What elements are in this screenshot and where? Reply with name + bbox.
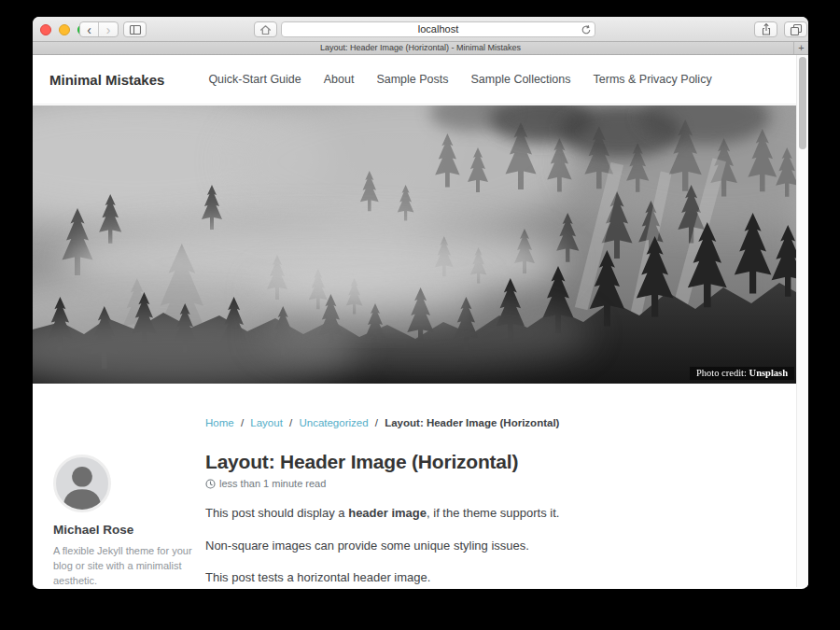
breadcrumb-link-uncategorized[interactable]: Uncategorized <box>299 417 368 428</box>
photo-credit-source: Unsplash <box>749 368 788 378</box>
author-name: Michael Rose <box>53 523 193 537</box>
site-nav: Quick-Start Guide About Sample Posts Sam… <box>208 73 711 86</box>
scrollbar-thumb[interactable] <box>799 57 806 149</box>
page-scrollbar[interactable] <box>796 55 808 587</box>
foggy-forest-image <box>33 105 796 384</box>
new-tab-button[interactable]: + <box>793 42 808 54</box>
sidebar-toggle-button[interactable] <box>123 21 147 37</box>
page-content: Minimal Mistakes Quick-Start Guide About… <box>33 55 808 587</box>
tab-overview-icon <box>789 22 804 36</box>
tab-bar: Layout: Header Image (Horizontal) - Mini… <box>33 42 808 55</box>
paragraph-text: This post should display a <box>205 506 348 520</box>
breadcrumb-current: Layout: Header Image (Horizontal) <box>385 417 559 428</box>
breadcrumb-link-layout[interactable]: Layout <box>250 417 283 428</box>
author-bio: A flexible Jekyll theme for your blog or… <box>53 544 193 587</box>
article: Layout: Header Image (Horizontal) less t… <box>205 450 597 586</box>
breadcrumb-separator: / <box>289 417 292 428</box>
back-button[interactable]: ‹ <box>80 22 99 36</box>
browser-toolbar: ‹ › localhost <box>33 17 808 42</box>
browser-window: ‹ › localhost <box>33 17 808 589</box>
header-image: Photo credit: Unsplash <box>33 105 796 384</box>
paragraph-bold-text: header image <box>348 506 427 520</box>
clock-icon <box>205 479 216 489</box>
read-time: less than 1 minute read <box>219 478 326 489</box>
breadcrumb-separator: / <box>375 417 378 428</box>
page-title: Layout: Header Image (Horizontal) <box>205 450 597 473</box>
article-paragraph: Non-square images can provide some uniqu… <box>205 538 597 554</box>
sidebar-icon <box>128 23 143 36</box>
reload-icon[interactable] <box>581 24 592 35</box>
breadcrumb-link-home[interactable]: Home <box>205 417 234 428</box>
nav-link-quick-start-guide[interactable]: Quick-Start Guide <box>208 73 301 86</box>
forward-button[interactable]: › <box>99 22 118 36</box>
person-silhouette-icon <box>56 457 108 510</box>
nav-link-about[interactable]: About <box>324 73 355 86</box>
minimize-window-button[interactable] <box>59 24 70 35</box>
home-icon <box>259 23 273 36</box>
article-paragraph: This post tests a horizontal header imag… <box>205 569 597 586</box>
article-meta: less than 1 minute read <box>205 478 597 489</box>
share-button[interactable] <box>754 21 777 37</box>
breadcrumb-separator: / <box>241 417 244 428</box>
photo-credit: Photo credit: Unsplash <box>690 367 794 380</box>
breadcrumb: Home / Layout / Uncategorized / Layout: … <box>205 417 559 428</box>
avatar <box>53 455 111 512</box>
close-window-button[interactable] <box>40 24 51 35</box>
address-bar[interactable]: localhost <box>281 21 595 37</box>
tab-active[interactable]: Layout: Header Image (Horizontal) - Mini… <box>33 42 808 54</box>
masthead: Minimal Mistakes Quick-Start Guide About… <box>33 55 796 105</box>
paragraph-text: , if the theme supports it. <box>427 506 559 520</box>
site-title[interactable]: Minimal Mistakes <box>49 72 164 88</box>
show-all-tabs-button[interactable] <box>784 21 807 37</box>
photo-credit-label: Photo credit: <box>696 368 747 378</box>
author-profile: Michael Rose A flexible Jekyll theme for… <box>53 455 193 587</box>
nav-link-terms-privacy-policy[interactable]: Terms & Privacy Policy <box>594 73 712 86</box>
home-button[interactable] <box>254 21 277 37</box>
share-icon <box>760 22 773 36</box>
nav-link-sample-posts[interactable]: Sample Posts <box>376 73 448 86</box>
nav-link-sample-collections[interactable]: Sample Collections <box>471 73 571 86</box>
address-bar-url: localhost <box>418 23 458 35</box>
article-paragraph: This post should display a header image,… <box>205 505 597 522</box>
history-nav-group: ‹ › <box>79 21 119 37</box>
